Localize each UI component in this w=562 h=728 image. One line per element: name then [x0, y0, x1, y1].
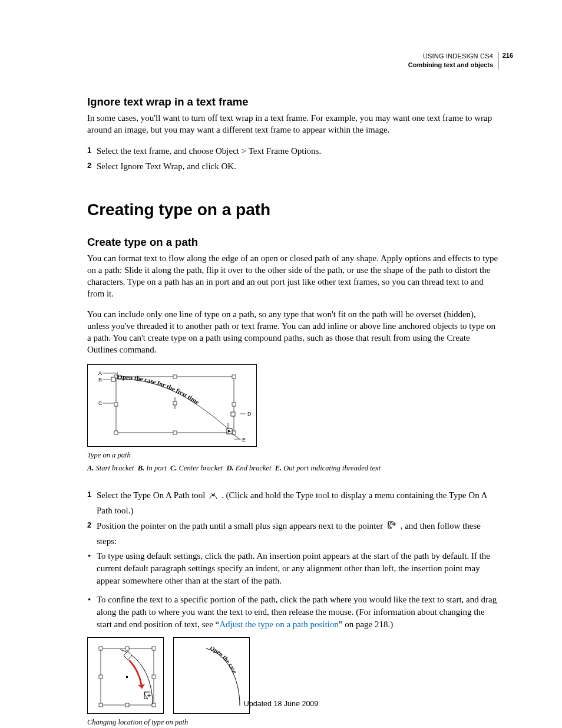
svg-rect-5	[232, 403, 236, 406]
svg-rect-6	[114, 431, 118, 434]
svg-rect-27	[99, 675, 103, 678]
callout-label: C	[98, 400, 103, 406]
section-heading-create-type: Create type on a path	[87, 236, 498, 249]
callout-label: B	[98, 377, 102, 383]
svg-text:Open the case for the first ti: Open the case for the first time	[117, 373, 201, 406]
svg-rect-33	[126, 676, 128, 678]
svg-rect-4	[114, 403, 118, 406]
figure-caption: Type on a path	[87, 450, 498, 460]
figure-type-on-path: Open the case for the first time	[87, 364, 257, 447]
bullet-item: To type using default settings, click th…	[87, 550, 498, 587]
book-title: USING INDESIGN CS4	[408, 52, 493, 61]
svg-rect-2	[173, 375, 177, 378]
page: 216 USING INDESIGN CS4 Combining text an…	[0, 0, 562, 728]
type-on-path-tool-icon	[209, 490, 218, 504]
paragraph: In some cases, you'll want to turn off t…	[87, 112, 498, 136]
svg-rect-8	[232, 431, 236, 434]
callout-label: D	[247, 411, 252, 417]
bullet-item: To confine the text to a specific portio…	[87, 594, 498, 630]
svg-rect-32	[124, 651, 132, 660]
svg-text:Open the case: Open the case	[209, 645, 239, 675]
legend-item: End bracket	[236, 464, 272, 472]
paragraph: You can include only one line of type on…	[87, 308, 498, 356]
svg-rect-24	[99, 647, 103, 650]
bullet-text: ” on page 218.)	[339, 620, 393, 629]
step-text: Select the Type On A Path tool	[97, 490, 207, 500]
content-area: Ignore text wrap in a text frame In some…	[87, 52, 498, 727]
svg-rect-14	[231, 412, 235, 416]
svg-rect-7	[173, 431, 177, 434]
step-item: Select the text frame, and choose Object…	[87, 144, 498, 158]
xref-link[interactable]: Adjust the type on a path position	[219, 620, 338, 629]
steps-list: Select the text frame, and choose Object…	[87, 144, 498, 173]
paragraph: You can format text to flow along the ed…	[87, 252, 498, 300]
svg-rect-28	[152, 675, 156, 678]
legend-item: In port	[146, 464, 166, 472]
page-title: Creating type on a path	[87, 200, 498, 219]
footer-updated: Updated 18 June 2009	[0, 700, 562, 708]
callout-label: E	[242, 437, 246, 443]
step-item: Select Ignore Text Wrap, and click OK.	[87, 160, 498, 173]
running-header: 216 USING INDESIGN CS4 Combining text an…	[408, 52, 498, 70]
svg-line-17	[232, 434, 240, 439]
legend-item: Center bracket	[179, 464, 223, 472]
callout-label: A	[98, 370, 102, 376]
page-number: 216	[503, 51, 513, 60]
figure-legend: A. Start bracket B. In port C. Center br…	[87, 463, 498, 473]
svg-rect-25	[125, 647, 129, 650]
section-heading-ignore-wrap: Ignore text wrap in a text frame	[87, 95, 498, 108]
chapter-title: Combining text and objects	[408, 61, 493, 70]
pointer-plus-icon	[386, 520, 397, 535]
legend-item: Start bracket	[96, 464, 134, 472]
svg-rect-10	[111, 377, 115, 381]
figure-caption: Changing location of type on path	[87, 717, 498, 727]
svg-rect-3	[232, 375, 236, 378]
path-text: Open the case	[209, 645, 239, 675]
steps-list: Select the Type On A Path tool . (Click …	[87, 489, 498, 548]
path-text: Open the case for the first time	[117, 373, 201, 406]
svg-rect-26	[152, 647, 156, 650]
step-item: Select the Type On A Path tool . (Click …	[87, 489, 498, 517]
svg-rect-13	[173, 401, 177, 405]
bullet-list: To type using default settings, click th…	[87, 550, 498, 630]
step-text: Position the pointer on the path until a…	[97, 521, 385, 531]
legend-item: Out port indicating threaded text	[283, 464, 381, 472]
step-item: Position the pointer on the path until a…	[87, 519, 498, 548]
